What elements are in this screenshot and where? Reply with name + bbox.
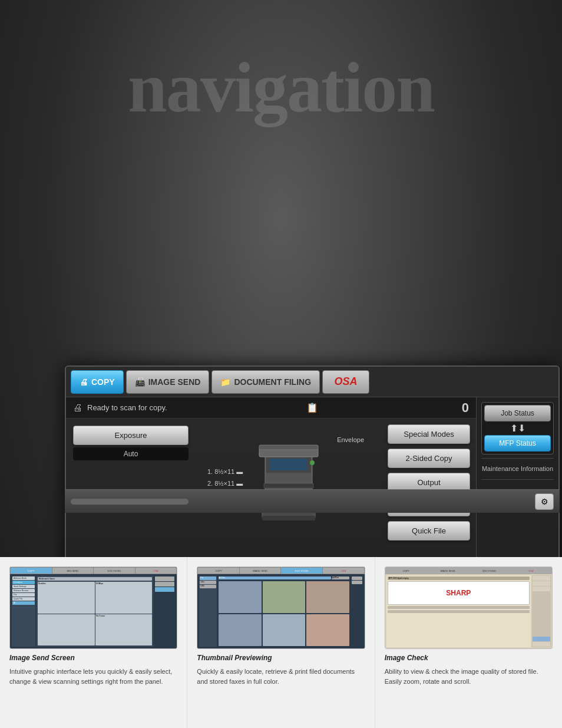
mini-screen-2: COPY IMAGE SEND DOC FILING OSA File Jobs… [197, 567, 364, 648]
job-arrows: ⬆⬇ [484, 423, 551, 434]
mini-tab-doc: DOC FILING [94, 568, 135, 574]
sharp-logo-area: SHARP [388, 581, 530, 605]
doc-filing-icon: 📁 [220, 377, 230, 387]
mini-screen-1: COPY IMG SEND DOC FILING OSA Address Boo… [10, 567, 177, 648]
exposure-section: Exposure Auto [73, 426, 189, 460]
mini-tab2-doc: DOC FILING [281, 568, 322, 574]
mini-row-7: Bt [12, 601, 35, 605]
mini-tabs-3: COPY IMAGE SEND DOC FILING OSA [385, 567, 552, 574]
info-desc-3: Ability to view & check the image qualit… [385, 667, 553, 686]
mini3-main: MFP 2000 digital imaging SHARP [386, 575, 531, 647]
tab-image-send[interactable]: 📠 IMAGE SEND [126, 370, 210, 394]
tab-osa[interactable]: OSA [322, 370, 369, 394]
toolbar-right: ⚙ [535, 493, 554, 510]
svg-point-7 [310, 460, 315, 465]
mini-tab3-img: IMAGE SEND [427, 568, 468, 574]
tab-copy-label: COPY [91, 377, 115, 387]
mini-screen-3: COPY IMAGE SEND DOC FILING OSA MFP 2000 … [385, 567, 552, 648]
exposure-button[interactable]: Exposure [73, 426, 189, 445]
image-send-icon: 📠 [135, 377, 145, 387]
mini2-center: All Files Add/Print [218, 576, 349, 647]
thumbnail-2: COPY IMAGE SEND DOC FILING OSA File Jobs… [197, 566, 365, 649]
tab-bar: 🖨 COPY 📠 IMAGE SEND 📁 DOCUMENT FILING OS… [66, 367, 558, 397]
info-title-2: Thumbnail Previewing [197, 654, 365, 662]
settings-icon: ⚙ [541, 497, 548, 506]
mini-tab-img: IMG SEND [52, 568, 94, 574]
tab-osa-label: OSA [335, 375, 358, 388]
info-card-2: COPY IMAGE SEND DOC FILING OSA File Jobs… [187, 557, 375, 728]
copy-icon: 🖨 [80, 377, 88, 387]
tray-item-1: 1. 8½×11 ▬ [207, 466, 243, 477]
mini-row-5: File [12, 593, 35, 597]
bottom-toolbar: ⚙ [65, 489, 560, 513]
mini-tab3-osa: OSA [510, 568, 551, 574]
mini-tab3-copy: COPY [386, 568, 427, 574]
toolbar-slider[interactable] [71, 499, 189, 505]
info-card-1: COPY IMG SEND DOC FILING OSA Address Boo… [0, 557, 187, 728]
quick-file-button[interactable]: Quick File [388, 521, 470, 541]
mini-row-4: Release Review [12, 589, 35, 592]
tab-doc-filing-label: DOCUMENT FILING [234, 377, 311, 387]
bottom-info: COPY IMG SEND DOC FILING OSA Address Boo… [0, 557, 562, 728]
mini-tabs-2: COPY IMAGE SEND DOC FILING OSA [197, 567, 364, 574]
info-desc-1: Intuitive graphic interface lets you qui… [9, 667, 177, 686]
mini2-left: File Jobs USB [199, 576, 217, 647]
thumbnail-3: COPY IMAGE SEND DOC FILING OSA MFP 2000 … [385, 566, 553, 649]
envelope-label: Envelope [337, 436, 364, 443]
tab-doc-filing[interactable]: 📁 DOCUMENT FILING [211, 370, 320, 394]
tab-copy[interactable]: 🖨 COPY [71, 370, 124, 394]
mini-tab-copy: COPY [11, 568, 52, 574]
sharp-logo-mini: SHARP [446, 589, 471, 597]
mini-row-6: Quick File [12, 597, 35, 601]
exposure-value: Auto [73, 447, 189, 460]
sidebar-divider-1 [481, 458, 554, 459]
info-card-3: COPY IMAGE SEND DOC FILING OSA MFP 2000 … [375, 557, 562, 728]
mini-screen-3-body: MFP 2000 digital imaging SHARP [385, 574, 552, 648]
mini-screen-1-body: Address Book Condition Send Settings Rel… [10, 574, 177, 648]
info-desc-2: Quickly & easily locate, retrieve & prin… [197, 667, 365, 686]
mini-tab2-copy: COPY [198, 568, 239, 574]
mini-center-panel: Multimatch Name Broadline 300Mbps File F… [37, 576, 153, 647]
mini-tab3-doc: DOC FILING [469, 568, 510, 574]
status-icon: 🖨 [73, 403, 82, 413]
mini2-right [351, 576, 363, 647]
svg-rect-4 [264, 483, 313, 488]
settings-button[interactable]: ⚙ [535, 493, 554, 510]
tray-item-2: 2. 8½×11 ▬ [207, 477, 243, 489]
mini-row-3: Send Settings [12, 585, 35, 588]
svg-rect-10 [262, 516, 315, 521]
mini-right-panel [154, 576, 175, 647]
mini-tabs-1: COPY IMG SEND DOC FILING OSA [10, 567, 177, 574]
mfp-status-button[interactable]: MFP Status [484, 435, 551, 452]
special-modes-button[interactable]: Special Modes [388, 424, 470, 444]
mini-tab-osa-mini: OSA [135, 568, 177, 574]
maintenance-info-label[interactable]: Maintenance Information [481, 462, 554, 476]
tab-image-send-label: IMAGE SEND [148, 377, 201, 387]
screen-panel-wrapper: 🖨 COPY 📠 IMAGE SEND 📁 DOCUMENT FILING OS… [32, 183, 527, 513]
status-bar: 🖨 Ready to scan for copy. 📋 0 [66, 397, 476, 419]
info-title-1: Image Send Screen [9, 654, 177, 662]
machine-image [247, 442, 330, 527]
mini-left-panel: Address Book Condition Send Settings Rel… [12, 576, 35, 647]
sidebar-divider-2 [481, 479, 554, 480]
status-message: Ready to scan for copy. [87, 403, 167, 412]
svg-rect-8 [259, 445, 318, 450]
job-status-button[interactable]: Job Status [484, 405, 551, 421]
job-status-group: Job Status ⬆⬇ MFP Status [481, 402, 554, 454]
two-sided-copy-button[interactable]: 2-Sided Copy [388, 449, 470, 468]
thumbnail-1: COPY IMG SEND DOC FILING OSA Address Boo… [9, 566, 177, 649]
mini-row-1: Address Book [12, 577, 35, 580]
status-counter: 0 [462, 400, 469, 416]
mini-tab2-osa: OSA [323, 568, 364, 574]
info-title-3: Image Check [385, 654, 553, 662]
svg-rect-6 [270, 459, 308, 470]
copy-icon-right: 📋 [306, 402, 318, 413]
mini-tab2-img: IMAGE SEND [240, 568, 281, 574]
mini-screen-2-body: File Jobs USB All Files Add/Print [197, 574, 364, 648]
mini3-right-panel [532, 575, 551, 647]
mini-row-2: Condition [12, 581, 35, 584]
mini-grid: Broadline 300Mbps File Format [38, 582, 152, 645]
thumb-grid [219, 581, 349, 646]
